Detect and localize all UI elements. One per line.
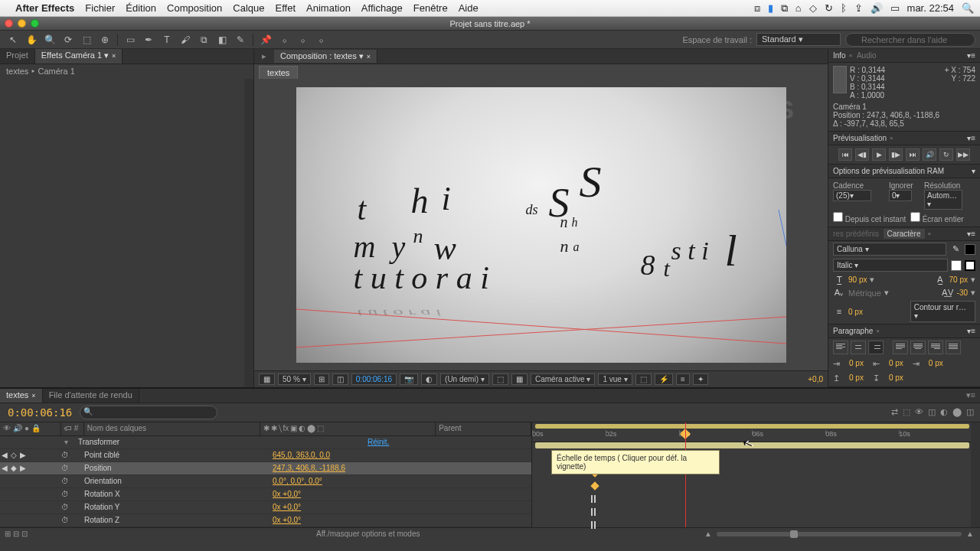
first-frame-button[interactable]: ⏮ <box>838 148 852 161</box>
axis-local-icon[interactable]: ⬦ <box>276 33 292 47</box>
value-rotation-z[interactable]: 0x +0,0° <box>268 516 301 524</box>
zoom-tool[interactable]: 🔍 <box>41 33 58 47</box>
safe-zones-icon[interactable]: ⊞ <box>314 373 329 385</box>
character-panel-tab[interactable]: Caractère <box>884 229 925 239</box>
current-time-indicator[interactable] <box>685 422 686 527</box>
flowchart-icon[interactable]: ✦ <box>693 373 708 385</box>
channels-icon[interactable]: ◐ <box>421 373 437 385</box>
stroke-width-value[interactable]: 0 px <box>848 308 863 316</box>
property-orientation[interactable]: Orientation <box>69 477 268 485</box>
zoom-window-button[interactable] <box>31 19 39 28</box>
justify-left-button[interactable] <box>893 341 908 354</box>
resolution-select[interactable]: (Un demi) ▾ <box>440 373 489 385</box>
stopwatch-icon[interactable]: ⏱ <box>61 451 69 459</box>
stopwatch-icon[interactable]: ⏱ <box>61 503 69 511</box>
brush-tool[interactable]: 🖌 <box>177 33 194 47</box>
pan-behind-tool[interactable]: ⊕ <box>96 33 113 47</box>
resolution-select-ram[interactable]: Autom…▾ <box>924 190 962 210</box>
value-position[interactable]: 247,3, 406,8, -1188,6 <box>268 464 345 472</box>
menu-edition[interactable]: Édition <box>126 2 156 14</box>
play-button[interactable]: ▶ <box>872 148 886 161</box>
next-frame-button[interactable]: ▮▶ <box>889 148 903 161</box>
clone-tool[interactable]: ⧉ <box>195 33 212 47</box>
value-orientation[interactable]: 0,0°, 0,0°, 0,0° <box>268 477 322 485</box>
fast-preview-icon[interactable]: ⚡ <box>655 373 673 385</box>
eyedropper-icon[interactable]: ✎ <box>949 244 962 254</box>
brainstorm-icon[interactable]: ⬤ <box>952 407 962 417</box>
align-right-button[interactable] <box>868 341 884 354</box>
paragraph-panel-tab[interactable]: Paragraphe <box>833 327 873 335</box>
toggle-switches-button[interactable]: Aff./masquer options et modes <box>32 530 704 538</box>
ram-preview-options-tab[interactable]: Options de prévisualisation RAM <box>833 167 944 175</box>
stopwatch-icon[interactable]: ⏱ <box>61 490 69 498</box>
eraser-tool[interactable]: ◧ <box>214 33 230 47</box>
transform-group[interactable]: Transformer <box>70 438 270 446</box>
frame-blend-icon[interactable]: ◫ <box>928 407 936 417</box>
effect-controls-tab[interactable]: Effets Caméra 1 ▾× <box>35 49 123 64</box>
presets-tab[interactable]: res prédéfinis <box>833 230 879 238</box>
volume-icon[interactable]: 🔊 <box>871 2 883 14</box>
loop-button[interactable]: ↻ <box>939 148 953 161</box>
menu-aide[interactable]: Aide <box>459 2 479 14</box>
zoom-select[interactable]: 50 % ▾ <box>278 373 311 385</box>
add-keyframe-button[interactable]: ◇ <box>9 451 18 459</box>
viewer-timecode[interactable]: 0:00:06:16 <box>351 373 397 385</box>
prev-keyframe-button[interactable]: ◀ <box>0 451 9 459</box>
menu-affichage[interactable]: Affichage <box>361 2 403 14</box>
close-icon[interactable]: × <box>367 53 371 60</box>
shy-icon[interactable]: 👁 <box>915 407 923 417</box>
graph-editor-icon[interactable]: ◫ <box>966 407 974 417</box>
leading-value[interactable]: 70 px <box>949 276 968 284</box>
puppet-tool[interactable]: 📌 <box>257 33 274 47</box>
scrollbar[interactable] <box>244 79 253 387</box>
reset-link[interactable]: Réinit. <box>368 438 389 446</box>
justify-all-button[interactable] <box>946 341 961 354</box>
pixel-aspect-icon[interactable]: ⬚ <box>635 373 652 385</box>
composition-tab[interactable]: Composition : textes ▾× <box>274 50 377 63</box>
timeline-timecode[interactable]: 0:00:06:16 <box>0 406 80 419</box>
property-point-cible[interactable]: Point ciblé <box>69 451 268 459</box>
preview-panel-tab[interactable]: Prévisualisation <box>833 134 887 142</box>
keyframe-marker[interactable] <box>591 495 596 503</box>
pen-tool[interactable]: ✒ <box>140 33 157 47</box>
last-frame-button[interactable]: ⏭ <box>906 148 920 161</box>
status-icon[interactable]: ▮ <box>768 2 773 14</box>
lock-column-icon[interactable]: 🔒 <box>31 424 41 434</box>
skip-select[interactable]: 0▾ <box>889 190 912 201</box>
grid-icon[interactable]: ▦ <box>259 373 275 385</box>
rotate-tool[interactable]: ⟳ <box>60 33 77 47</box>
kerning-value[interactable]: Métrique <box>848 289 881 298</box>
swap-swatch[interactable] <box>965 260 975 271</box>
shape-tool[interactable]: ▭ <box>122 33 139 47</box>
stopwatch-icon[interactable]: ⏱ <box>61 516 69 524</box>
mute-button[interactable]: 🔊 <box>923 148 936 161</box>
stopwatch-icon[interactable]: ⏱ <box>61 464 69 472</box>
selection-tool[interactable]: ↖ <box>5 33 21 47</box>
fullscreen-checkbox[interactable] <box>910 212 920 222</box>
font-family-select[interactable]: Calluna ▾ <box>833 243 946 256</box>
roto-tool[interactable]: ✎ <box>232 33 249 47</box>
views-count-select[interactable]: 1 vue ▾ <box>598 373 632 385</box>
timeline-search-input[interactable] <box>80 406 217 419</box>
status-icon[interactable]: ⌂ <box>795 2 802 14</box>
prev-frame-button[interactable]: ◀▮ <box>855 148 869 161</box>
roi-icon[interactable]: ⬚ <box>492 373 508 385</box>
cadence-select[interactable]: (25)▾ <box>833 190 871 201</box>
prev-keyframe-button[interactable]: ◀ <box>0 464 9 472</box>
workspace-select[interactable]: Standard ▾ <box>756 33 841 46</box>
draft3d-icon[interactable]: ⬚ <box>903 407 910 417</box>
dropbox-icon[interactable]: ⧉ <box>781 2 788 15</box>
view-select[interactable]: Caméra active ▾ <box>531 373 595 385</box>
keyframe-marker[interactable] <box>591 508 596 516</box>
zoom-out-icon[interactable]: ▲ <box>704 530 712 538</box>
tracking-value[interactable]: -30 <box>957 289 968 297</box>
axis-view-icon[interactable]: ⬦ <box>312 33 329 47</box>
from-current-checkbox[interactable] <box>833 212 843 222</box>
keyframe-marker[interactable] <box>590 481 599 490</box>
snapshot-icon[interactable]: 📷 <box>400 373 418 385</box>
bluetooth-icon[interactable]: ᛒ <box>841 2 847 14</box>
mask-toggle-icon[interactable]: ◫ <box>332 373 348 385</box>
menu-animation[interactable]: Animation <box>306 2 351 14</box>
panel-menu-icon[interactable]: ▸ <box>259 51 270 61</box>
value-point-cible[interactable]: 645,0, 363,0, 0,0 <box>268 451 330 459</box>
